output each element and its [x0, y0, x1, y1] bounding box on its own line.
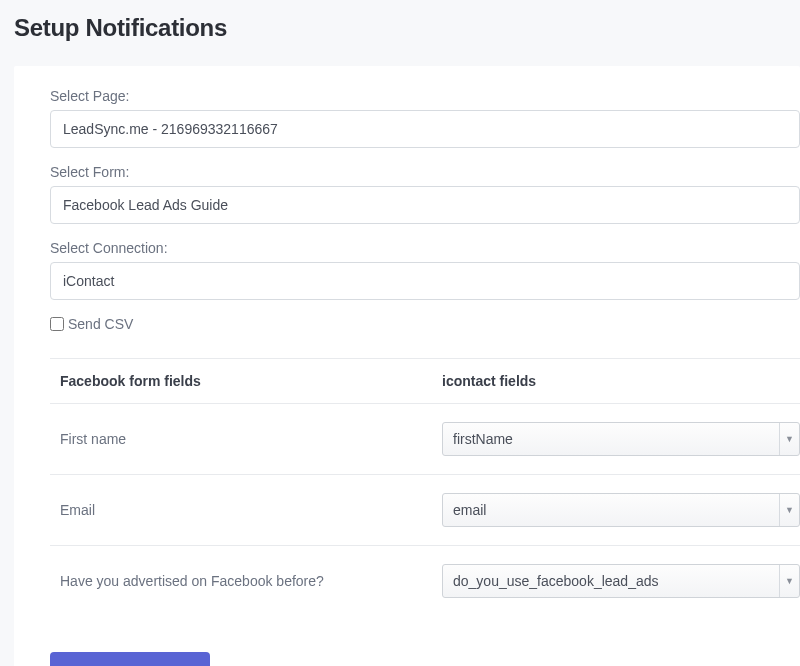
- select-page-label: Select Page:: [50, 88, 800, 104]
- fb-field-label: Have you advertised on Facebook before?: [50, 573, 442, 589]
- setup-card: Select Page: LeadSync.me - 2169693321166…: [14, 66, 800, 666]
- target-field-select[interactable]: do_you_use_facebook_lead_ads ▼: [442, 564, 800, 598]
- select-page-group: Select Page: LeadSync.me - 2169693321166…: [50, 88, 800, 148]
- select-connection-dropdown[interactable]: iContact: [50, 262, 800, 300]
- target-field-value: firstName: [453, 431, 513, 447]
- send-csv-label[interactable]: Send CSV: [68, 316, 133, 332]
- target-field-select[interactable]: email ▼: [442, 493, 800, 527]
- mapping-row: Have you advertised on Facebook before? …: [50, 545, 800, 616]
- select-connection-group: Select Connection: iContact: [50, 240, 800, 300]
- target-field-select[interactable]: firstName ▼: [442, 422, 800, 456]
- select-connection-label: Select Connection:: [50, 240, 800, 256]
- actions-row: Update notification: [50, 652, 800, 666]
- mapping-row: Email email ▼: [50, 474, 800, 545]
- chevron-down-icon: ▼: [779, 494, 799, 526]
- mapping-header-right: icontact fields: [442, 373, 800, 389]
- select-page-dropdown[interactable]: LeadSync.me - 216969332116667: [50, 110, 800, 148]
- mapping-header-left: Facebook form fields: [50, 373, 442, 389]
- mapping-row: First name firstName ▼: [50, 403, 800, 474]
- fb-field-label: First name: [50, 431, 442, 447]
- send-csv-checkbox[interactable]: [50, 317, 64, 331]
- update-notification-button[interactable]: Update notification: [50, 652, 210, 666]
- select-form-dropdown[interactable]: Facebook Lead Ads Guide: [50, 186, 800, 224]
- mapping-header: Facebook form fields icontact fields: [50, 358, 800, 403]
- page-title: Setup Notifications: [14, 14, 800, 42]
- send-csv-row: Send CSV: [50, 316, 800, 332]
- chevron-down-icon: ▼: [779, 565, 799, 597]
- fb-field-label: Email: [50, 502, 442, 518]
- field-mapping-table: Facebook form fields icontact fields Fir…: [50, 358, 800, 616]
- select-form-label: Select Form:: [50, 164, 800, 180]
- select-form-group: Select Form: Facebook Lead Ads Guide: [50, 164, 800, 224]
- target-field-value: do_you_use_facebook_lead_ads: [453, 573, 659, 589]
- target-field-value: email: [453, 502, 486, 518]
- chevron-down-icon: ▼: [779, 423, 799, 455]
